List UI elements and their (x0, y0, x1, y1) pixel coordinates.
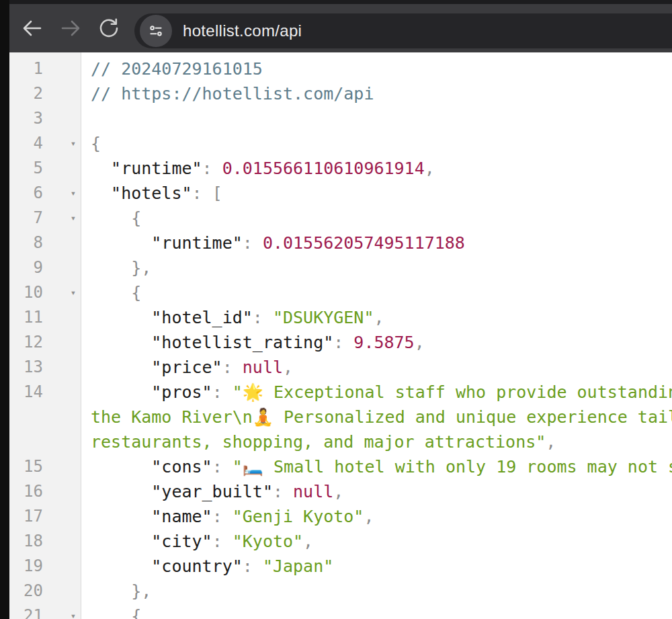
line-number: 16 (9, 479, 43, 504)
line-number: 10 (9, 280, 43, 305)
code-line: 15 "cons": "🛏️ Small hotel with only 19 … (9, 454, 672, 479)
code-text: restaurants, shopping, and major attract… (81, 429, 672, 454)
code-line: 13 "price": null, (9, 355, 672, 380)
site-settings-button[interactable] (140, 15, 172, 47)
line-number: 15 (9, 454, 43, 479)
code-line: 3 (9, 106, 672, 131)
line-number: 5 (9, 156, 43, 181)
line-number: 7 (9, 206, 43, 231)
code-text: "hotellist_rating": 9.5875, (81, 330, 672, 355)
line-number: 12 (9, 330, 43, 355)
gutter-cell: 9 (9, 255, 81, 280)
code-line: 7▾ { (9, 206, 672, 231)
code-text: { (81, 604, 672, 619)
fold-arrow-icon[interactable]: ▾ (65, 206, 82, 231)
arrow-right-icon (58, 16, 83, 40)
line-number: 21 (9, 604, 43, 619)
code-line: 2// https://hotellist.com/api (9, 81, 672, 106)
code-text: // https://hotellist.com/api (81, 81, 672, 106)
code-line: 16 "year_built": null, (9, 479, 672, 504)
gutter-cell: 16 (9, 479, 81, 504)
reload-icon (97, 16, 121, 40)
code-text: "year_built": null, (81, 479, 672, 504)
fold-arrow-icon[interactable]: ▾ (65, 131, 82, 156)
gutter-cell: 4▾ (9, 131, 81, 156)
code-line: 11 "hotel_id": "DSUKYGEN", (9, 305, 672, 330)
code-text: the Kamo River\n🧘 Personalized and uniqu… (81, 405, 672, 429)
gutter-cell: 8 (9, 231, 81, 255)
line-number: 11 (9, 305, 43, 330)
gutter-cell: 20 (9, 579, 81, 604)
code-line: 18 "city": "Kyoto", (9, 529, 672, 554)
code-text: }, (81, 255, 672, 280)
code-line: 12 "hotellist_rating": 9.5875, (9, 330, 672, 355)
gutter-cell: 19 (9, 554, 81, 579)
code-text: "pros": "🌟 Exceptional staff who provide… (81, 380, 672, 405)
code-text: { (81, 131, 672, 156)
code-line: 1// 20240729161015 (9, 56, 672, 81)
code-text: "hotel_id": "DSUKYGEN", (81, 305, 672, 330)
code-text: "hotels": [ (81, 181, 672, 206)
gutter-cell: 17 (9, 504, 81, 529)
code-text: "country": "Japan" (81, 554, 672, 579)
gutter-cell: 18 (9, 529, 81, 554)
line-number: 17 (9, 504, 43, 529)
code-line: 14 "pros": "🌟 Exceptional staff who prov… (9, 380, 672, 405)
code-text: // 20240729161015 (81, 56, 672, 81)
code-line: 17 "name": "Genji Kyoto", (9, 504, 672, 529)
gutter-cell: 13 (9, 355, 81, 380)
code-line: 4▾{ (9, 131, 672, 156)
line-number: 19 (9, 554, 43, 579)
gutter-cell: 7▾ (9, 206, 81, 231)
reload-button[interactable] (97, 16, 121, 40)
gutter-cell: 3 (9, 106, 81, 131)
gutter-cell: 12 (9, 330, 81, 355)
fold-arrow-icon[interactable]: ▾ (65, 280, 82, 305)
code-line: 9 }, (9, 255, 672, 280)
tune-icon (147, 22, 165, 40)
code-line: 8 "runtime": 0.015562057495117188 (9, 231, 672, 255)
gutter-cell: 11 (9, 305, 81, 330)
code-text: { (81, 206, 672, 231)
gutter-cell: 21▾ (9, 604, 81, 619)
url-bar[interactable]: hotellist.com/api (134, 13, 672, 48)
fold-arrow-icon[interactable]: ▾ (65, 604, 82, 619)
arrow-left-icon (20, 16, 44, 40)
gutter-cell (9, 405, 81, 429)
code-rows: 1// 202407291610152// https://hotellist.… (9, 56, 672, 619)
code-text (81, 106, 672, 131)
line-number: 9 (9, 255, 43, 280)
gutter-cell: 15 (9, 454, 81, 479)
code-line: 10▾ { (9, 280, 672, 305)
code-text: "name": "Genji Kyoto", (81, 504, 672, 529)
line-number: 2 (9, 81, 43, 106)
browser-toolbar: hotellist.com/api (0, 4, 672, 53)
back-button[interactable] (20, 16, 44, 40)
line-number: 14 (9, 380, 43, 405)
code-text: }, (81, 579, 672, 604)
code-line: 19 "country": "Japan" (9, 554, 672, 579)
fold-arrow-icon[interactable]: ▾ (65, 181, 82, 206)
code-text: "price": null, (81, 355, 672, 380)
forward-button[interactable] (58, 16, 83, 40)
code-text: "runtime": 0.015562057495117188 (81, 231, 672, 255)
code-text: "runtime": 0.015566110610961914, (81, 156, 672, 181)
line-number: 6 (9, 181, 43, 206)
line-number: 8 (9, 231, 43, 255)
window-left-edge (0, 0, 9, 619)
code-text: "city": "Kyoto", (81, 529, 672, 554)
gutter-cell: 10▾ (9, 280, 81, 305)
code-text: { (81, 280, 672, 305)
code-line: restaurants, shopping, and major attract… (9, 429, 672, 454)
code-line: the Kamo River\n🧘 Personalized and uniqu… (9, 405, 672, 429)
line-number: 13 (9, 355, 43, 380)
line-number: 1 (9, 56, 43, 81)
code-line: 21▾ { (9, 604, 672, 619)
gutter-cell: 2 (9, 81, 81, 106)
code-line: 20 }, (9, 579, 672, 604)
line-number: 4 (9, 131, 43, 156)
line-number: 20 (9, 579, 43, 604)
line-number: 3 (9, 106, 43, 131)
url-text: hotellist.com/api (183, 13, 302, 48)
gutter-cell: 14 (9, 380, 81, 405)
